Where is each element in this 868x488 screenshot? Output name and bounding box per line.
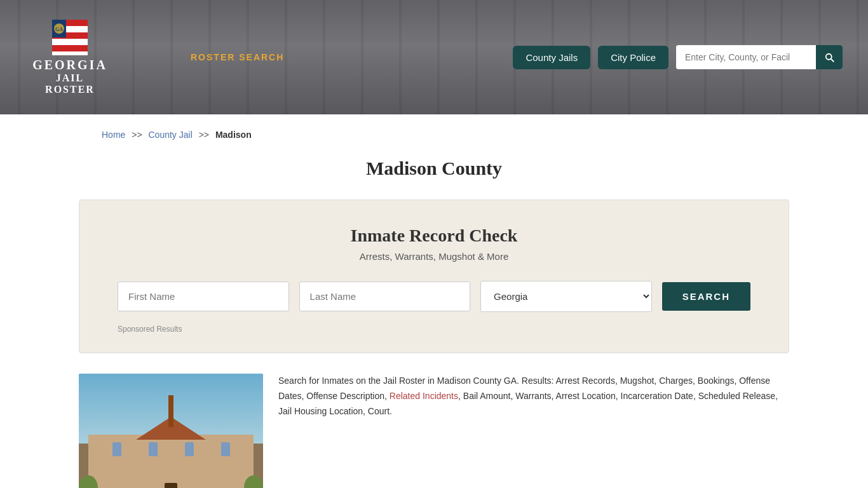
- svg-rect-4: [52, 39, 88, 45]
- highlight-related-incidents: Related Incidents: [390, 391, 458, 401]
- breadcrumb-current: Madison: [215, 130, 252, 140]
- search-icon: [824, 51, 835, 63]
- bottom-description: Search for Inmates on the Jail Roster in…: [278, 374, 789, 419]
- inmate-section-subtitle: Arrests, Warrants, Mugshot & More: [118, 251, 750, 262]
- roster-search-link[interactable]: ROSTER SEARCH: [191, 52, 284, 62]
- sponsored-results-label: Sponsored Results: [118, 325, 750, 334]
- county-jails-button[interactable]: County Jails: [513, 46, 590, 69]
- svg-rect-5: [52, 45, 88, 51]
- breadcrumb-home[interactable]: Home: [102, 130, 125, 140]
- city-police-button[interactable]: City Police: [598, 46, 668, 69]
- page-title: Madison County: [0, 158, 868, 179]
- inmate-search-button[interactable]: SEARCH: [662, 282, 750, 311]
- inmate-search-form: Georgia SEARCH: [118, 281, 750, 312]
- inmate-record-section: Inmate Record Check Arrests, Warrants, M…: [79, 200, 789, 353]
- site-logo[interactable]: GA GEORGIA JAIL ROSTER: [25, 20, 114, 95]
- state-select[interactable]: Georgia: [480, 281, 652, 312]
- last-name-input[interactable]: [299, 281, 471, 311]
- inmate-section-title: Inmate Record Check: [118, 226, 750, 246]
- breadcrumb: Home >> County Jail >> Madison: [0, 114, 868, 147]
- breadcrumb-county-jail[interactable]: County Jail: [149, 130, 193, 140]
- logo-roster: ROSTER: [45, 84, 95, 95]
- breadcrumb-sep2: >>: [199, 130, 209, 140]
- first-name-input[interactable]: [118, 281, 289, 311]
- svg-rect-6: [52, 51, 88, 55]
- svg-text:GA: GA: [55, 27, 63, 32]
- georgia-flag-icon: GA: [52, 20, 88, 55]
- site-header: GA GEORGIA JAIL ROSTER ROSTER SEARCH Cou…: [0, 0, 868, 114]
- breadcrumb-sep1: >>: [132, 130, 142, 140]
- header-nav: County Jails City Police: [513, 45, 843, 69]
- bottom-content: Search for Inmates on the Jail Roster in…: [79, 374, 789, 488]
- header-search-button[interactable]: [816, 45, 843, 69]
- courthouse-image: [79, 374, 263, 488]
- logo-georgia: GEORGIA: [32, 58, 107, 72]
- header-search-input[interactable]: [676, 46, 816, 69]
- header-search: [676, 45, 843, 69]
- logo-jail: JAIL: [56, 72, 84, 84]
